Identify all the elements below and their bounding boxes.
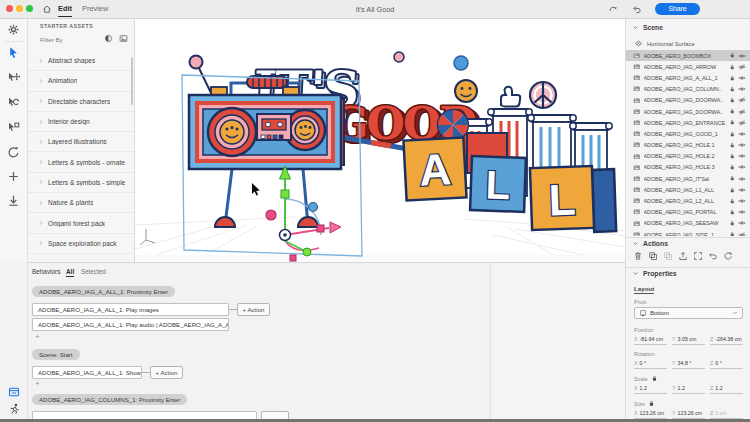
- scene-item[interactable]: ADOBE_AERO_IAG_L2_ALL: [626, 195, 750, 206]
- gizmo-rotate-handle-pink[interactable]: [266, 210, 276, 220]
- tab-edit[interactable]: Edit: [58, 4, 72, 17]
- filter-image-icon[interactable]: [119, 34, 128, 43]
- eye-off-icon[interactable]: [738, 108, 746, 116]
- category-abstract-shapes[interactable]: Abstract shapes: [28, 51, 134, 71]
- scene-item-boombox[interactable]: ADOBE_AERO_BOOMBOX: [626, 50, 750, 61]
- redo-icon[interactable]: [608, 4, 618, 14]
- category-letters-ornate[interactable]: Letters & symbols - ornate: [28, 152, 134, 172]
- gizmo-x-arrowhead[interactable]: [330, 222, 341, 233]
- trigger-pill-columns-proximity[interactable]: ADOBE_AERO_IAG_COLUMNS_1: Proximity Ente…: [32, 394, 187, 405]
- lock-icon[interactable]: [729, 231, 736, 236]
- category-interior-design[interactable]: Interior design: [28, 112, 134, 132]
- scene-item[interactable]: ADOBE_AERO_IAG_IT'Sal: [626, 173, 750, 184]
- eye-icon[interactable]: [738, 141, 746, 149]
- action-box-play-images[interactable]: ADOBE_AERO_IAG_A_ALL_1: Play images: [32, 303, 229, 316]
- eye-off-icon[interactable]: [738, 96, 746, 104]
- add-asset-icon[interactable]: [7, 170, 20, 183]
- lock-icon[interactable]: [729, 187, 736, 194]
- lock-icon[interactable]: [729, 209, 736, 216]
- position-z-field[interactable]: Z-264.38 cm: [710, 336, 743, 345]
- lock-icon[interactable]: [729, 131, 736, 138]
- eye-off-icon[interactable]: [738, 119, 746, 127]
- gizmo-z-handle[interactable]: [303, 248, 311, 256]
- category-nature-plants[interactable]: Nature & plants: [28, 193, 134, 213]
- scene-item[interactable]: ADOBE_AERO_IAG_SIDE_1: [626, 229, 750, 236]
- actions-section-header[interactable]: Actions: [632, 240, 668, 247]
- category-animation[interactable]: Animation: [28, 71, 134, 91]
- lock-icon[interactable]: [729, 64, 736, 71]
- add-action-button[interactable]: + Action: [150, 366, 183, 379]
- move-tool-icon[interactable]: [7, 71, 20, 84]
- scale-z-field[interactable]: Z1.2: [710, 385, 743, 394]
- trigger-pill-proximity-enter[interactable]: ADOBE_AERO_IAG_A_ALL_1: Proximity Enter: [32, 286, 175, 297]
- category-letters-simple[interactable]: Letters & symbols - simple: [28, 173, 134, 193]
- lock-icon[interactable]: [729, 86, 736, 93]
- scene-item[interactable]: ADOBE_AERO_IAG_COLUMN..: [626, 84, 750, 95]
- size-x-field[interactable]: X123.26 cm: [634, 410, 667, 419]
- lock-icon[interactable]: [729, 198, 736, 205]
- add-behavior-plus[interactable]: +: [35, 379, 40, 388]
- eye-off-icon[interactable]: [738, 231, 746, 236]
- trigger-pill-scene-start[interactable]: Scene: Start: [32, 349, 80, 360]
- lock-icon[interactable]: [729, 164, 736, 171]
- scene-item[interactable]: ADOBE_AERO_IAG_SEESAW: [626, 218, 750, 229]
- lock-icon[interactable]: [648, 400, 655, 407]
- gizmo-y-scale-handle[interactable]: [281, 190, 289, 198]
- gizmo-handle-small[interactable]: [290, 255, 296, 261]
- settings-gear-icon[interactable]: [7, 23, 20, 36]
- scene-item[interactable]: ADOBE_AERO_IAG_DOORWA..: [626, 106, 750, 117]
- tab-preview[interactable]: Preview: [82, 4, 108, 13]
- lock-icon[interactable]: [651, 375, 658, 382]
- action-box-play-audio[interactable]: ADOBE_AERO_IAG_A_ALL_1: Play audio | ADO…: [32, 318, 229, 331]
- scene-section-header[interactable]: Scene: [632, 24, 663, 31]
- lock-icon[interactable]: [729, 142, 736, 149]
- expand-icon[interactable]: [693, 251, 703, 261]
- category-layered-illustrations[interactable]: Layered illustrations: [28, 132, 134, 152]
- duplicate-icon[interactable]: [648, 251, 658, 261]
- eye-icon[interactable]: [738, 208, 746, 216]
- eye-off-icon[interactable]: [738, 63, 746, 71]
- scale-tool-icon[interactable]: [7, 121, 20, 134]
- gizmo-x-scale-handle[interactable]: [317, 225, 324, 232]
- eye-icon[interactable]: [738, 219, 746, 227]
- lock-icon[interactable]: [729, 52, 736, 59]
- lock-icon[interactable]: [729, 153, 736, 160]
- import-icon[interactable]: [7, 194, 20, 207]
- scrollbar[interactable]: [131, 57, 133, 105]
- rotation-y-field[interactable]: Y34.8 °: [672, 360, 705, 369]
- add-behavior-plus[interactable]: +: [35, 332, 40, 341]
- scene-item[interactable]: ADOBE_AERO_IAG_GOOD_1: [626, 128, 750, 139]
- filter-3d-object-icon[interactable]: [104, 34, 113, 43]
- tab-all[interactable]: All: [66, 268, 74, 277]
- action-box-show[interactable]: ADOBE_AERO_IAG_A_ALL_1: Show: [32, 366, 142, 379]
- category-directable-characters[interactable]: Directable characters: [28, 92, 134, 112]
- scene-item[interactable]: ADOBE_AERO_IAG_HOLE 2: [626, 151, 750, 162]
- share-button[interactable]: Share: [655, 3, 700, 15]
- trigger-run-icon[interactable]: [8, 403, 20, 415]
- rotate-tool-icon[interactable]: [7, 96, 20, 109]
- pivot-select[interactable]: Bottom: [634, 307, 743, 319]
- scene-item[interactable]: ADOBE_AERO_IAG_HOLE 3: [626, 162, 750, 173]
- properties-section-header[interactable]: Properties: [632, 270, 677, 277]
- position-x-field[interactable]: X-81.64 cm: [634, 336, 667, 345]
- home-icon[interactable]: [42, 4, 52, 14]
- scene-surface-row[interactable]: Horizontal Surface: [634, 39, 695, 48]
- scene-item[interactable]: ADOBE_AERO_IAG_ENTRANCE: [626, 117, 750, 128]
- category-space-exploration[interactable]: Space exploration pack: [28, 234, 134, 254]
- rotation-x-field[interactable]: X0 °: [634, 360, 667, 369]
- delete-icon[interactable]: [633, 251, 643, 261]
- window-close-button[interactable]: [6, 5, 13, 12]
- scene-item[interactable]: ADOBE_AERO_IAG_L1_ALL: [626, 184, 750, 195]
- window-minimize-button[interactable]: [16, 5, 23, 12]
- undo-icon[interactable]: [632, 4, 642, 14]
- export-icon[interactable]: [678, 251, 688, 261]
- tab-layout[interactable]: Layout: [634, 285, 654, 294]
- eye-icon[interactable]: [738, 152, 746, 160]
- rotation-z-field[interactable]: Z0 °: [710, 360, 743, 369]
- scene-item[interactable]: ADOBE_AERO_IAG_ARROW: [626, 61, 750, 72]
- window-zoom-button[interactable]: [26, 5, 33, 12]
- scene-item[interactable]: ADOBE_AERO_IAG_HOLE 1: [626, 140, 750, 151]
- scene-item[interactable]: ADOBE_AERO_IAG_DOORWA..: [626, 95, 750, 106]
- position-y-field[interactable]: Y3.05 cm: [672, 336, 705, 345]
- canvas-3d-viewport[interactable]: IT'S IT'S GOOD GOOD: [135, 19, 625, 262]
